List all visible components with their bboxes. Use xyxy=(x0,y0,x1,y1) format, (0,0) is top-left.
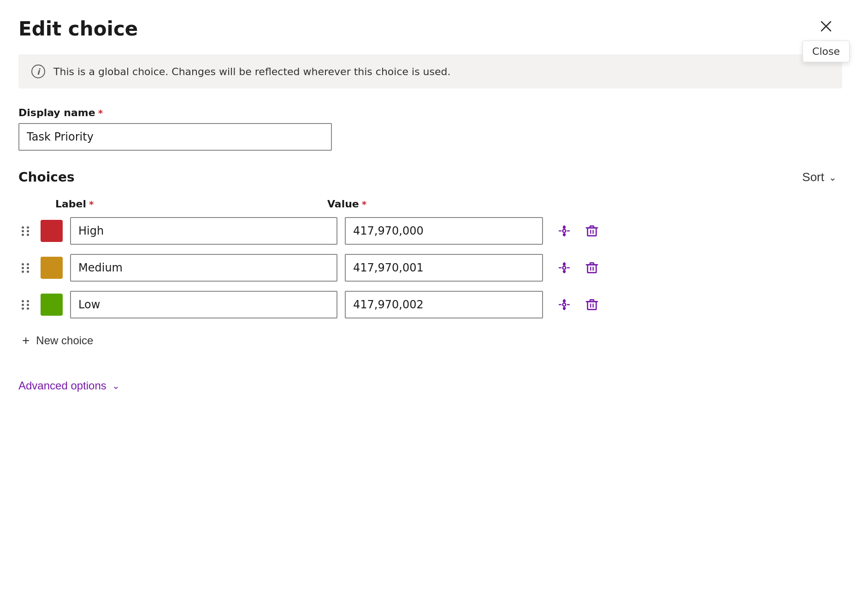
new-choice-label: New choice xyxy=(36,334,93,347)
display-name-section: Display name * xyxy=(18,107,842,151)
row-actions-low xyxy=(554,294,602,315)
columns-header: Label * Value * xyxy=(18,198,842,210)
trash-icon xyxy=(585,260,599,275)
settings-button-low[interactable] xyxy=(554,294,574,315)
col-value-header: Value * xyxy=(327,198,366,210)
table-row xyxy=(18,291,842,318)
sort-label: Sort xyxy=(802,170,824,184)
edit-choice-dialog: Edit choice Close i This is a global cho… xyxy=(0,0,868,589)
value-required: * xyxy=(362,199,366,210)
svg-point-13 xyxy=(563,266,566,270)
color-swatch-high[interactable] xyxy=(41,220,63,242)
sort-button[interactable]: Sort ⌄ xyxy=(797,167,842,187)
drag-handle[interactable] xyxy=(18,300,33,310)
close-tooltip: Close xyxy=(803,41,850,62)
settings-icon xyxy=(557,260,572,275)
choice-value-input-high[interactable] xyxy=(345,217,543,245)
choice-label-input-medium[interactable] xyxy=(70,254,337,282)
required-marker: * xyxy=(98,107,103,118)
settings-icon xyxy=(557,297,572,312)
table-row xyxy=(18,217,842,245)
svg-rect-9 xyxy=(588,228,596,236)
label-required: * xyxy=(89,199,94,210)
svg-point-24 xyxy=(563,303,566,306)
choices-header: Choices Sort ⌄ xyxy=(18,167,842,187)
new-choice-button[interactable]: + New choice xyxy=(18,328,97,353)
color-swatch-low[interactable] xyxy=(41,294,63,316)
dialog-header: Edit choice xyxy=(18,18,842,40)
settings-button-medium[interactable] xyxy=(554,258,574,278)
choice-label-input-low[interactable] xyxy=(70,291,337,318)
delete-button-low[interactable] xyxy=(582,294,602,315)
advanced-options-button[interactable]: Advanced options ⌄ xyxy=(18,376,120,396)
row-actions-medium xyxy=(554,258,602,278)
delete-button-medium[interactable] xyxy=(582,258,602,278)
choices-list xyxy=(18,217,842,318)
trash-icon xyxy=(585,224,599,238)
choices-title: Choices xyxy=(18,170,75,185)
table-row xyxy=(18,254,842,282)
choices-section: Choices Sort ⌄ Label * Value * xyxy=(18,167,842,353)
drag-handle[interactable] xyxy=(18,226,33,236)
advanced-options-label: Advanced options xyxy=(18,379,106,392)
choice-label-input-high[interactable] xyxy=(70,217,337,245)
trash-icon xyxy=(585,297,599,312)
svg-rect-31 xyxy=(588,302,596,310)
info-banner: i This is a global choice. Changes will … xyxy=(18,54,842,88)
info-text: This is a global choice. Changes will be… xyxy=(53,66,451,77)
display-name-label: Display name * xyxy=(18,107,842,118)
settings-button-high[interactable] xyxy=(554,221,574,241)
close-button[interactable] xyxy=(814,14,838,39)
row-actions-high xyxy=(554,221,602,241)
close-area: Close xyxy=(803,14,850,62)
color-swatch-medium[interactable] xyxy=(41,257,63,279)
delete-button-high[interactable] xyxy=(582,221,602,241)
choice-value-input-low[interactable] xyxy=(345,291,543,318)
settings-icon xyxy=(557,224,572,238)
advanced-options-chevron-icon: ⌄ xyxy=(112,380,120,391)
choice-value-input-medium[interactable] xyxy=(345,254,543,282)
plus-icon: + xyxy=(22,333,30,348)
dialog-title: Edit choice xyxy=(18,18,138,40)
svg-point-2 xyxy=(563,230,566,233)
close-icon xyxy=(820,20,833,33)
col-label-header: Label * xyxy=(55,198,327,210)
info-icon: i xyxy=(31,65,45,78)
drag-handle[interactable] xyxy=(18,263,33,273)
svg-rect-20 xyxy=(588,265,596,273)
sort-chevron-icon: ⌄ xyxy=(829,172,837,183)
display-name-input[interactable] xyxy=(18,123,332,151)
